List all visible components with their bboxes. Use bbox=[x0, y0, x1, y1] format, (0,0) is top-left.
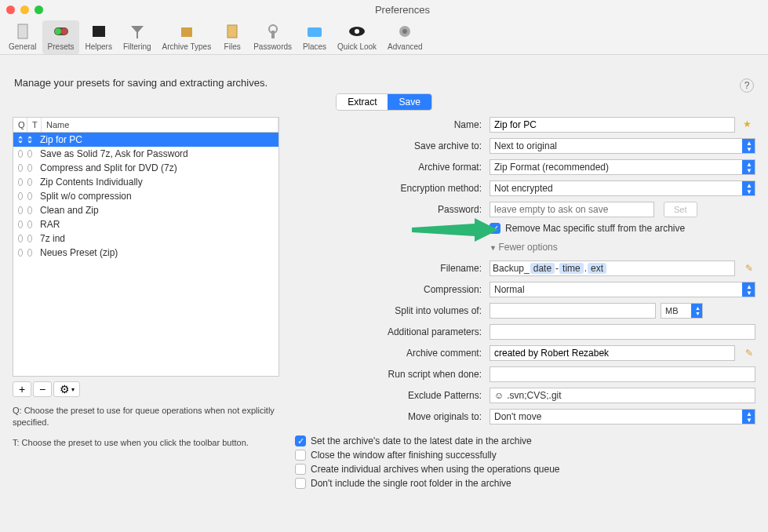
toolbar-radio[interactable] bbox=[27, 164, 32, 172]
toolbar-archive-types[interactable]: Archive Types bbox=[157, 20, 217, 54]
preset-row[interactable]: Split w/o compression bbox=[13, 189, 278, 203]
remove-mac-checkbox[interactable]: ✓ bbox=[490, 223, 500, 234]
toolbar-files[interactable]: Files bbox=[217, 20, 248, 54]
preset-actions-button[interactable]: ⚙ ▾ bbox=[53, 381, 80, 397]
preset-row[interactable]: Clean and Zip bbox=[13, 203, 278, 217]
filename-input[interactable]: Backup_date - time .ext bbox=[490, 261, 735, 276]
preset-row[interactable]: Zip Contents Individually bbox=[13, 175, 278, 189]
encryption-select[interactable]: Not encrypted▲▼ bbox=[490, 180, 755, 196]
col-q[interactable]: Q bbox=[13, 118, 27, 132]
preset-name: Save as Solid 7z, Ask for Password bbox=[37, 148, 274, 159]
zoom-icon[interactable] bbox=[35, 5, 43, 14]
tab-extract[interactable]: Extract bbox=[337, 94, 388, 110]
queue-radio[interactable] bbox=[18, 220, 23, 228]
extract-save-tabs: Extract Save bbox=[336, 93, 432, 111]
titlebar: Preferences bbox=[0, 0, 768, 19]
preset-name: Zip Contents Individually bbox=[37, 177, 274, 188]
option-label: Set the archive's date to the latest dat… bbox=[311, 435, 532, 446]
favorite-icon[interactable]: ★ bbox=[743, 118, 755, 131]
format-select[interactable]: Zip Format (recommended)▲▼ bbox=[490, 159, 755, 175]
queue-radio[interactable] bbox=[18, 136, 23, 144]
preset-name: RAR bbox=[37, 219, 274, 230]
pencil-icon[interactable]: ✎ bbox=[743, 347, 755, 359]
toolbar-radio[interactable] bbox=[27, 192, 32, 200]
preset-row[interactable]: Save as Solid 7z, Ask for Password bbox=[13, 147, 278, 161]
pencil-icon[interactable]: ✎ bbox=[743, 262, 755, 275]
label-exclude: Exclude Patterns: bbox=[295, 390, 485, 401]
additional-params-input[interactable] bbox=[490, 324, 755, 340]
preset-row[interactable]: RAR bbox=[13, 217, 278, 231]
password-input[interactable] bbox=[490, 202, 654, 217]
window-controls bbox=[6, 5, 43, 14]
exclude-patterns-input[interactable]: ☺ .svn;CVS;.git bbox=[490, 388, 755, 403]
save-to-select[interactable]: Next to original▲▼ bbox=[490, 138, 755, 154]
preset-name: Clean and Zip bbox=[37, 205, 274, 216]
preset-row[interactable]: 7z ind bbox=[13, 231, 278, 246]
toolbar-helpers[interactable]: Helpers bbox=[79, 20, 117, 54]
toolbar-radio[interactable] bbox=[27, 178, 32, 186]
queue-radio[interactable] bbox=[18, 249, 23, 257]
compression-select[interactable]: Normal▲▼ bbox=[490, 282, 755, 297]
toolbar-filtering[interactable]: Filtering bbox=[118, 20, 157, 54]
toolbar-radio[interactable] bbox=[27, 206, 32, 214]
col-t[interactable]: T bbox=[27, 118, 42, 132]
queue-radio[interactable] bbox=[18, 192, 23, 200]
label-filename: Filename: bbox=[295, 263, 485, 274]
toolbar-radio[interactable] bbox=[27, 220, 32, 228]
toolbar-general[interactable]: General bbox=[3, 20, 42, 54]
option-checkbox[interactable] bbox=[295, 478, 306, 489]
option-checkbox[interactable] bbox=[295, 464, 306, 475]
option-label: Don't include the single root folder in … bbox=[311, 478, 511, 489]
toolbar-quick-look[interactable]: Quick Look bbox=[332, 20, 382, 54]
svg-rect-6 bbox=[227, 25, 237, 38]
label-encryption: Encryption method: bbox=[295, 183, 485, 194]
queue-radio[interactable] bbox=[18, 164, 23, 172]
toolbar-radio[interactable] bbox=[27, 150, 32, 158]
page-heading: Manage your presets for saving and extra… bbox=[14, 77, 755, 89]
preset-row[interactable]: Zip for PC bbox=[13, 133, 278, 147]
svg-rect-9 bbox=[308, 27, 322, 37]
remove-preset-button[interactable]: − bbox=[33, 381, 52, 397]
tab-save[interactable]: Save bbox=[388, 94, 431, 110]
option-checkbox[interactable]: ✓ bbox=[295, 435, 306, 446]
queue-radio[interactable] bbox=[18, 150, 23, 158]
archive-comment-input[interactable] bbox=[490, 345, 735, 361]
preset-row[interactable]: Neues Preset (zip) bbox=[13, 246, 278, 260]
archive-types-icon bbox=[177, 22, 197, 41]
preset-name: Compress and Split for DVD (7z) bbox=[37, 162, 274, 173]
run-script-input[interactable] bbox=[490, 366, 755, 382]
svg-point-2 bbox=[55, 28, 61, 35]
minimize-icon[interactable] bbox=[20, 5, 29, 14]
col-name[interactable]: Name bbox=[42, 118, 278, 132]
preset-row[interactable]: Compress and Split for DVD (7z) bbox=[13, 161, 278, 175]
option-checkbox[interactable] bbox=[295, 450, 306, 461]
toolbar-presets[interactable]: Presets bbox=[42, 20, 80, 54]
label-addparams: Additional parameters: bbox=[295, 326, 485, 337]
presets-icon bbox=[51, 22, 71, 41]
quick-look-icon bbox=[347, 22, 367, 41]
preset-list[interactable]: Zip for PCSave as Solid 7z, Ask for Pass… bbox=[13, 132, 279, 377]
queue-radio[interactable] bbox=[18, 178, 23, 186]
preset-list-header: Q T Name bbox=[13, 117, 279, 132]
close-icon[interactable] bbox=[6, 5, 15, 14]
queue-radio[interactable] bbox=[18, 206, 23, 214]
toolbar-advanced[interactable]: Advanced bbox=[382, 20, 428, 54]
toolbar-passwords[interactable]: Passwords bbox=[248, 20, 297, 54]
window-title: Preferences bbox=[43, 4, 762, 16]
name-input[interactable] bbox=[490, 117, 735, 133]
add-preset-button[interactable]: + bbox=[13, 381, 31, 397]
toolbar-places[interactable]: Places bbox=[297, 20, 332, 54]
split-size-input[interactable] bbox=[490, 303, 656, 319]
toolbar-radio[interactable] bbox=[27, 249, 32, 257]
toolbar-radio[interactable] bbox=[27, 235, 32, 242]
chevron-down-icon: ▾ bbox=[71, 386, 75, 393]
filtering-icon bbox=[127, 22, 147, 41]
fewer-options-toggle[interactable]: Fewer options bbox=[490, 242, 755, 253]
split-unit-select[interactable]: MB▲▼ bbox=[661, 303, 703, 319]
queue-radio[interactable] bbox=[18, 235, 23, 242]
svg-point-11 bbox=[355, 29, 359, 34]
toolbar-radio[interactable] bbox=[27, 136, 32, 144]
move-originals-select[interactable]: Don't move▲▼ bbox=[490, 409, 755, 425]
helpers-icon bbox=[89, 22, 109, 41]
set-password-button[interactable]: Set bbox=[664, 202, 697, 217]
